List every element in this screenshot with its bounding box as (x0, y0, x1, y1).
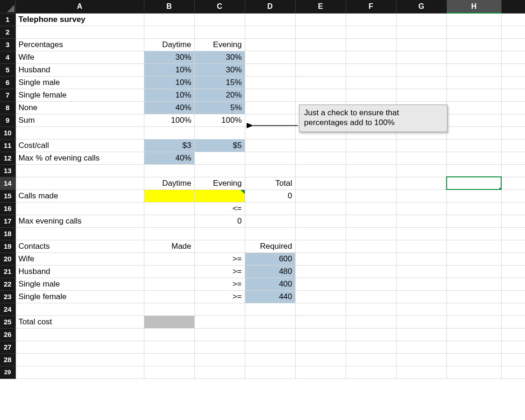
cell-A7[interactable]: Single female (15, 89, 144, 101)
row-header[interactable]: 2 (0, 26, 15, 38)
cell-D15[interactable]: 0 (245, 189, 295, 202)
cell-A21[interactable]: Husband (15, 265, 144, 278)
cell-A15[interactable]: Calls made (15, 189, 144, 202)
row-header[interactable]: 26 (0, 328, 15, 341)
cell-E1[interactable] (295, 13, 346, 26)
row-6[interactable]: 6 Single male 10% 15% (0, 76, 525, 89)
col-header-D[interactable]: D (245, 0, 295, 13)
col-header-E[interactable]: E (295, 0, 346, 13)
cell-B6[interactable]: 10% (144, 76, 194, 89)
row-11[interactable]: 11 Cost/call $3 $5 (0, 139, 525, 152)
cell-A8[interactable]: None (15, 101, 144, 114)
col-header-A[interactable]: A (15, 0, 144, 13)
cell-A22[interactable]: Single male (15, 278, 144, 290)
cell-A1[interactable]: Telephone survey (15, 13, 144, 26)
cell-C7[interactable]: 20% (194, 89, 245, 101)
row-header[interactable]: 23 (0, 290, 15, 303)
row-header[interactable]: 28 (0, 353, 15, 366)
cell-grid[interactable]: A B C D E F G H 1 Telephone survey 2 3 P… (0, 0, 525, 379)
cell-F1[interactable] (346, 13, 396, 26)
row-header[interactable]: 4 (0, 51, 15, 63)
row-3[interactable]: 3 Percentages Daytime Evening (0, 38, 525, 51)
row-header[interactable]: 20 (0, 252, 15, 265)
row-header[interactable]: 3 (0, 38, 15, 51)
row-header[interactable]: 9 (0, 114, 15, 126)
col-header-H[interactable]: H (447, 0, 501, 13)
row-15[interactable]: 15 Calls made 0 (0, 189, 525, 202)
cell-A12[interactable]: Max % of evening calls (15, 152, 144, 164)
row-header[interactable]: 19 (0, 240, 15, 252)
comment-callout[interactable]: Just a check to ensure that percentages … (299, 105, 447, 132)
row-4[interactable]: 4 Wife 30% 30% (0, 51, 525, 63)
cell-D14[interactable]: Total (245, 177, 295, 189)
cell-A9[interactable]: Sum (15, 114, 144, 126)
row-23[interactable]: 23 Single female >= 440 (0, 290, 525, 303)
cell-B7[interactable]: 10% (144, 89, 194, 101)
row-26[interactable]: 26 (0, 328, 525, 341)
cell-C8[interactable]: 5% (194, 101, 245, 114)
cell-B1[interactable] (144, 13, 194, 26)
col-header-F[interactable]: F (346, 0, 396, 13)
row-header[interactable]: 5 (0, 63, 15, 76)
col-header-C[interactable]: C (194, 0, 245, 13)
row-1[interactable]: 1 Telephone survey (0, 13, 525, 26)
cell-A19[interactable]: Contacts (15, 240, 144, 252)
row-28[interactable]: 28 (0, 353, 525, 366)
cell-C22[interactable]: >= (194, 278, 245, 290)
row-header[interactable]: 29 (0, 366, 15, 378)
row-21[interactable]: 21 Husband >= 480 (0, 265, 525, 278)
cell-A25[interactable]: Total cost (15, 315, 144, 328)
cell-C9[interactable]: 100% (194, 114, 245, 126)
cell-C21[interactable]: >= (194, 265, 245, 278)
row-header[interactable]: 16 (0, 202, 15, 215)
row-header[interactable]: 12 (0, 152, 15, 164)
cell-D23[interactable]: 440 (245, 290, 295, 303)
row-12[interactable]: 12 Max % of evening calls 40% (0, 152, 525, 164)
cell-I1[interactable] (501, 13, 525, 26)
cell-H14-selected[interactable] (447, 177, 501, 189)
row-25[interactable]: 25 Total cost (0, 315, 525, 328)
cell-A5[interactable]: Husband (15, 63, 144, 76)
cell-A6[interactable]: Single male (15, 76, 144, 89)
cell-C4[interactable]: 30% (194, 51, 245, 63)
row-18[interactable]: 18 (0, 227, 525, 240)
row-14[interactable]: 14 Daytime Evening Total (0, 177, 525, 189)
cell-C20[interactable]: >= (194, 252, 245, 265)
cell-C1[interactable] (194, 13, 245, 26)
row-header[interactable]: 17 (0, 215, 15, 227)
cell-D21[interactable]: 480 (245, 265, 295, 278)
row-13[interactable]: 13 (0, 164, 525, 177)
col-header-B[interactable]: B (144, 0, 194, 13)
cell-B14[interactable]: Daytime (144, 177, 194, 189)
row-header[interactable]: 8 (0, 101, 15, 114)
row-header[interactable]: 14 (0, 177, 15, 189)
cell-B8[interactable]: 40% (144, 101, 194, 114)
cell-B5[interactable]: 10% (144, 63, 194, 76)
row-29[interactable]: 29 (0, 366, 525, 378)
row-header[interactable]: 25 (0, 315, 15, 328)
row-16[interactable]: 16 <= (0, 202, 525, 215)
cell-B19[interactable]: Made (144, 240, 194, 252)
cell-D20[interactable]: 600 (245, 252, 295, 265)
row-header[interactable]: 1 (0, 13, 15, 26)
cell-D22[interactable]: 400 (245, 278, 295, 290)
cell-G1[interactable] (396, 13, 447, 26)
row-header[interactable]: 6 (0, 76, 15, 89)
cell-A20[interactable]: Wife (15, 252, 144, 265)
row-19[interactable]: 19 Contacts Made Required (0, 240, 525, 252)
cell-C14[interactable]: Evening (194, 177, 245, 189)
row-header[interactable]: 11 (0, 139, 15, 152)
col-header-overflow[interactable] (501, 0, 525, 13)
row-header[interactable]: 24 (0, 303, 15, 315)
cell-A11[interactable]: Cost/call (15, 139, 144, 152)
cell-D19[interactable]: Required (245, 240, 295, 252)
row-22[interactable]: 22 Single male >= 400 (0, 278, 525, 290)
row-27[interactable]: 27 (0, 341, 525, 353)
cell-B12[interactable]: 40% (144, 152, 194, 164)
col-header-G[interactable]: G (396, 0, 447, 13)
row-header[interactable]: 7 (0, 89, 15, 101)
row-24[interactable]: 24 (0, 303, 525, 315)
row-header[interactable]: 27 (0, 341, 15, 353)
cell-C17[interactable]: 0 (194, 215, 245, 227)
select-all-corner[interactable] (0, 0, 15, 13)
